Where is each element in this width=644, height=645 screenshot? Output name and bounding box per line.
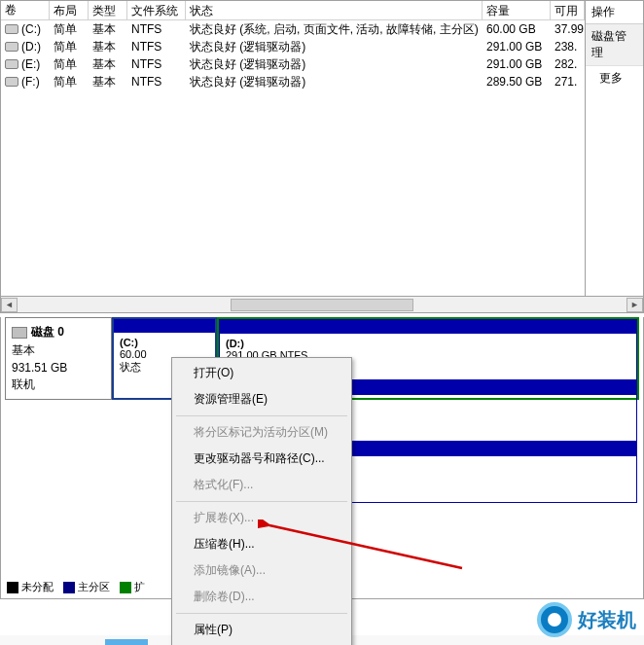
col-header-capacity[interactable]: 容量 bbox=[483, 1, 551, 19]
actions-header: 操作 bbox=[586, 1, 643, 24]
volume-type: 基本 bbox=[89, 55, 127, 74]
menu-add-mirror: 添加镜像(A)... bbox=[174, 557, 349, 584]
partition-label: (C:) bbox=[120, 337, 209, 348]
partition-header bbox=[114, 319, 215, 333]
scroll-track[interactable] bbox=[18, 298, 626, 312]
disk-info[interactable]: 磁盘 0 基本 931.51 GB 联机 bbox=[5, 317, 112, 400]
actions-panel: 操作 磁盘管理 更多 bbox=[586, 0, 644, 297]
volume-row[interactable]: (E:)简单基本NTFS状态良好 (逻辑驱动器)291.00 GB282. bbox=[1, 55, 585, 73]
volume-icon bbox=[5, 59, 18, 69]
volume-type: 基本 bbox=[89, 73, 127, 91]
volume-name: (D:) bbox=[21, 40, 41, 54]
partition-label: (D:) bbox=[226, 338, 630, 349]
volume-type: 基本 bbox=[89, 38, 127, 56]
volume-row[interactable]: (F:)简单基本NTFS状态良好 (逻辑驱动器)289.50 GB271. bbox=[1, 73, 585, 90]
context-menu: 打开(O) 资源管理器(E) 将分区标记为活动分区(M) 更改驱动器号和路径(C… bbox=[171, 357, 352, 645]
col-header-type[interactable]: 类型 bbox=[89, 1, 127, 19]
disk-type: 基本 bbox=[12, 342, 105, 359]
disk-size: 931.51 GB bbox=[12, 361, 105, 375]
volume-available: 271. bbox=[551, 74, 585, 90]
menu-delete: 删除卷(D)... bbox=[174, 584, 349, 610]
horizontal-scrollbar[interactable]: ◄ ► bbox=[0, 297, 644, 313]
col-header-volume[interactable]: 卷 bbox=[1, 1, 50, 19]
scroll-right-button[interactable]: ► bbox=[626, 298, 643, 312]
watermark: 好装机 bbox=[537, 602, 636, 637]
volume-capacity: 289.50 GB bbox=[483, 74, 551, 90]
menu-open[interactable]: 打开(O) bbox=[174, 360, 349, 386]
disk-title: 磁盘 0 bbox=[31, 325, 64, 339]
menu-extend: 扩展卷(X)... bbox=[174, 505, 349, 531]
volume-layout: 简单 bbox=[50, 20, 89, 39]
legend-ext-box bbox=[120, 582, 131, 593]
volume-name: (C:) bbox=[21, 22, 41, 36]
col-header-layout[interactable]: 布局 bbox=[50, 1, 89, 19]
menu-explorer[interactable]: 资源管理器(E) bbox=[174, 386, 349, 412]
menu-separator bbox=[176, 415, 347, 416]
menu-mark-active: 将分区标记为活动分区(M) bbox=[174, 419, 349, 446]
menu-separator bbox=[176, 613, 347, 614]
volume-name: (F:) bbox=[21, 75, 40, 89]
legend-unalloc: 未分配 bbox=[21, 581, 54, 592]
partition-header bbox=[220, 320, 636, 334]
volume-row[interactable]: (D:)简单基本NTFS状态良好 (逻辑驱动器)291.00 GB238. bbox=[1, 38, 585, 55]
volume-icon bbox=[5, 77, 18, 87]
legend-ext: 扩 bbox=[134, 581, 145, 592]
scroll-thumb[interactable] bbox=[231, 299, 413, 311]
volume-layout: 简单 bbox=[50, 73, 89, 91]
volume-fs: NTFS bbox=[127, 21, 186, 37]
volume-name: (E:) bbox=[21, 57, 40, 71]
menu-separator bbox=[176, 501, 347, 502]
volume-available: 37.99 bbox=[551, 21, 585, 37]
legend-primary: 主分区 bbox=[78, 581, 110, 592]
volume-icon bbox=[5, 24, 18, 34]
volume-icon bbox=[5, 42, 18, 52]
volume-capacity: 291.00 GB bbox=[483, 56, 551, 72]
watermark-text: 好装机 bbox=[578, 607, 636, 633]
legend: 未分配 主分区 扩 bbox=[7, 580, 145, 594]
volume-layout: 简单 bbox=[50, 55, 89, 74]
volume-available: 238. bbox=[551, 39, 585, 54]
watermark-logo-icon bbox=[537, 602, 572, 637]
volume-list-header: 卷 布局 类型 文件系统 状态 容量 可用 bbox=[1, 1, 585, 20]
volume-fs: NTFS bbox=[127, 74, 186, 90]
menu-format: 格式化(F)... bbox=[174, 472, 349, 498]
volume-status: 状态良好 (逻辑驱动器) bbox=[186, 73, 483, 91]
volume-row[interactable]: (C:)简单基本NTFS状态良好 (系统, 启动, 页面文件, 活动, 故障转储… bbox=[1, 20, 585, 38]
legend-unalloc-box bbox=[7, 582, 18, 593]
legend-primary-box bbox=[63, 582, 75, 593]
volume-type: 基本 bbox=[89, 20, 127, 39]
menu-properties[interactable]: 属性(P) bbox=[174, 617, 349, 643]
col-header-available[interactable]: 可用 bbox=[551, 1, 585, 19]
menu-shrink[interactable]: 压缩卷(H)... bbox=[174, 531, 349, 557]
volume-fs: NTFS bbox=[127, 56, 186, 72]
volume-fs: NTFS bbox=[127, 39, 186, 54]
actions-more[interactable]: 更多 bbox=[586, 66, 643, 90]
volume-layout: 简单 bbox=[50, 38, 89, 56]
volume-status: 状态良好 (逻辑驱动器) bbox=[186, 55, 483, 74]
disk-state: 联机 bbox=[12, 376, 105, 393]
scroll-left-button[interactable]: ◄ bbox=[1, 298, 18, 312]
col-header-fs[interactable]: 文件系统 bbox=[127, 1, 186, 19]
volume-status: 状态良好 (系统, 启动, 页面文件, 活动, 故障转储, 主分区) bbox=[186, 20, 483, 39]
volume-list: 卷 布局 类型 文件系统 状态 容量 可用 (C:)简单基本NTFS状态良好 (… bbox=[0, 0, 586, 297]
taskbar-highlight bbox=[105, 639, 148, 645]
volume-available: 282. bbox=[551, 56, 585, 72]
col-header-status[interactable]: 状态 bbox=[186, 1, 483, 19]
disk-icon bbox=[12, 327, 27, 339]
volume-capacity: 291.00 GB bbox=[483, 39, 551, 54]
volume-status: 状态良好 (逻辑驱动器) bbox=[186, 38, 483, 56]
volume-capacity: 60.00 GB bbox=[483, 21, 551, 37]
actions-disk-mgmt[interactable]: 磁盘管理 bbox=[586, 24, 643, 66]
menu-change-letter[interactable]: 更改驱动器号和路径(C)... bbox=[174, 446, 349, 472]
